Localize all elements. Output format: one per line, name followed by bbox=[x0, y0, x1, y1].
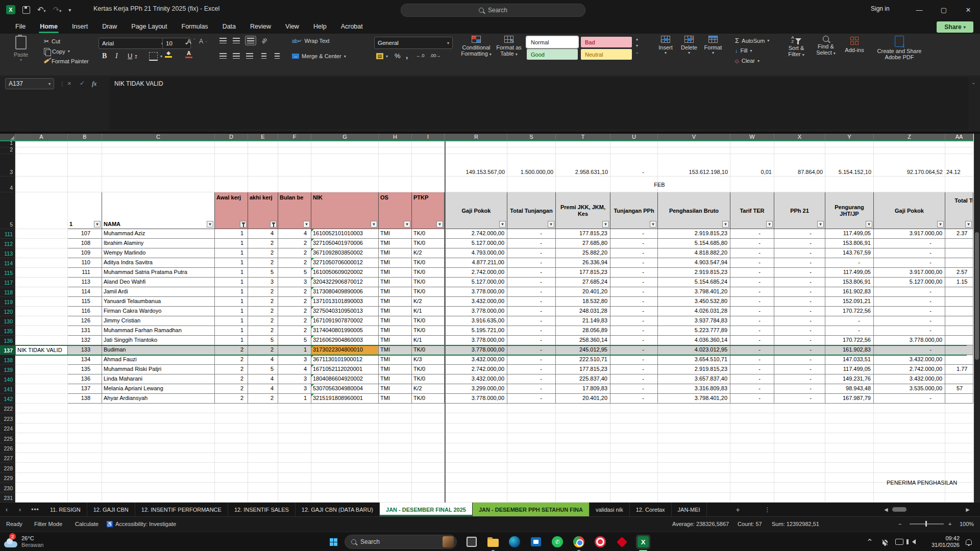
cell-U114[interactable]: - bbox=[610, 258, 658, 268]
cell-Z227[interactable] bbox=[874, 453, 945, 463]
cell-D130[interactable]: 1 bbox=[215, 316, 248, 326]
cell-I138[interactable]: K/3 bbox=[412, 355, 445, 365]
cell-R115[interactable]: 2.742.000,00 bbox=[446, 268, 507, 278]
cell-B111[interactable]: 107 bbox=[68, 229, 102, 239]
cell-T111[interactable]: 177.815,23 bbox=[556, 229, 610, 239]
add-ins-button[interactable]: Add-ins bbox=[844, 37, 865, 53]
cell-G225[interactable] bbox=[311, 433, 379, 443]
weather-widget[interactable]: 2 26°CBerawan bbox=[4, 532, 76, 551]
cell-D229[interactable] bbox=[215, 473, 248, 483]
column-header-C[interactable]: C bbox=[102, 134, 215, 140]
cell-D4[interactable] bbox=[215, 177, 248, 192]
cell-S117[interactable]: - bbox=[507, 278, 556, 287]
cell-V231[interactable] bbox=[658, 493, 730, 503]
cell-R4[interactable] bbox=[446, 177, 507, 192]
cell-G227[interactable] bbox=[311, 453, 379, 463]
cell-Y5[interactable]: Pengurang JHT/JP▾ bbox=[825, 192, 874, 229]
cell-A112[interactable] bbox=[15, 239, 68, 248]
row-header-230[interactable]: 230 bbox=[0, 483, 15, 492]
cell-Y130[interactable]: - bbox=[825, 316, 874, 326]
cell-Z130[interactable]: - bbox=[874, 316, 945, 326]
cell-AA119[interactable] bbox=[945, 297, 973, 307]
cell-X225[interactable] bbox=[774, 433, 825, 443]
row-header-4[interactable]: 4 bbox=[0, 177, 15, 192]
cell-X112[interactable]: - bbox=[774, 239, 825, 248]
cell-F5[interactable]: Bulan be▾ bbox=[278, 192, 311, 229]
cell-T112[interactable]: 27.685,80 bbox=[556, 239, 610, 248]
enter-icon[interactable]: ✓ bbox=[80, 80, 85, 87]
cell-A130[interactable] bbox=[15, 316, 68, 326]
cell-E111[interactable]: 4 bbox=[248, 229, 278, 239]
cell-G223[interactable] bbox=[311, 413, 379, 423]
cell-AA3[interactable]: 24.12 bbox=[945, 154, 973, 177]
cell-AA142[interactable] bbox=[945, 394, 973, 404]
cell-I227[interactable] bbox=[412, 453, 445, 463]
cell-U227[interactable] bbox=[610, 453, 658, 463]
cell-T224[interactable] bbox=[556, 423, 610, 433]
cell-T231[interactable] bbox=[556, 493, 610, 503]
new-sheet-button[interactable]: + bbox=[730, 503, 746, 516]
cell-A227[interactable] bbox=[15, 453, 68, 463]
row-header-137[interactable]: 137 bbox=[0, 345, 15, 355]
cell-T118[interactable]: 20.401,20 bbox=[556, 287, 610, 297]
filter-button-X[interactable]: ▾ bbox=[817, 221, 824, 228]
zoom-slider-thumb[interactable] bbox=[925, 521, 927, 527]
cell-Z140[interactable]: 3.432.000,00 bbox=[874, 374, 945, 384]
cell-Y227[interactable] bbox=[825, 453, 874, 463]
cell-C223[interactable] bbox=[102, 413, 215, 423]
align-center-icon[interactable] bbox=[233, 53, 240, 59]
red-diamond-app-icon[interactable] bbox=[615, 535, 629, 549]
column-header-I[interactable]: I bbox=[412, 134, 445, 140]
cell-W140[interactable]: - bbox=[730, 374, 774, 384]
cell-R229[interactable] bbox=[446, 473, 507, 483]
cell-U3[interactable]: - bbox=[610, 154, 658, 177]
cell-I141[interactable]: K/2 bbox=[412, 384, 445, 394]
cell-B230[interactable] bbox=[68, 483, 102, 492]
cell-Z111[interactable]: 3.917.000,00 bbox=[874, 229, 945, 239]
cell-I140[interactable]: TK/0 bbox=[412, 374, 445, 384]
formula-bar-expand-icon[interactable]: ⌄ bbox=[971, 80, 975, 85]
column-header-B[interactable]: B bbox=[68, 134, 102, 140]
cell-F112[interactable]: 2 bbox=[278, 239, 311, 248]
align-bottom-icon[interactable] bbox=[245, 36, 256, 45]
cell-D118[interactable]: 1 bbox=[215, 287, 248, 297]
cell-X111[interactable]: - bbox=[774, 229, 825, 239]
cell-B3[interactable] bbox=[68, 154, 102, 177]
cell-D1[interactable] bbox=[215, 141, 248, 147]
hscroll-right-icon[interactable]: ► bbox=[964, 503, 972, 516]
cell-AA224[interactable] bbox=[945, 423, 973, 433]
cell-U231[interactable] bbox=[610, 493, 658, 503]
cell-Z114[interactable]: - bbox=[874, 258, 945, 268]
ribbon-tab-review[interactable]: Review bbox=[244, 21, 277, 32]
cell-Y136[interactable]: 170.722,56 bbox=[825, 336, 874, 345]
cell-E3[interactable] bbox=[248, 154, 278, 177]
cell-W230[interactable] bbox=[730, 483, 774, 492]
cell-U225[interactable] bbox=[610, 433, 658, 443]
cell-F120[interactable]: 2 bbox=[278, 307, 311, 316]
cell-R138[interactable]: 3.432.000,00 bbox=[446, 355, 507, 365]
cell-Z4[interactable] bbox=[874, 177, 945, 192]
cell-H119[interactable]: TMI bbox=[379, 297, 412, 307]
filter-button-B[interactable]: ▾ bbox=[94, 221, 101, 228]
cell-E228[interactable] bbox=[248, 463, 278, 472]
sheet-tab-jan-desember-pph-setahun-fina[interactable]: JAN - DESEMBER PPH SETAHUN FINA bbox=[473, 503, 590, 516]
cell-A119[interactable] bbox=[15, 297, 68, 307]
cell-Y223[interactable] bbox=[825, 413, 874, 423]
column-header-H[interactable]: H bbox=[379, 134, 412, 140]
cell-F231[interactable] bbox=[278, 493, 311, 503]
cell-C224[interactable] bbox=[102, 423, 215, 433]
cell-R136[interactable]: 3.778.000,00 bbox=[446, 336, 507, 345]
filter-button-U[interactable]: ▾ bbox=[650, 221, 656, 228]
close-button[interactable]: ✕ bbox=[957, 0, 980, 19]
cell-S4[interactable] bbox=[507, 177, 556, 192]
cell-E231[interactable] bbox=[248, 493, 278, 503]
cell-E4[interactable] bbox=[248, 177, 278, 192]
cell-X224[interactable] bbox=[774, 423, 825, 433]
cell-T130[interactable]: 21.149,83 bbox=[556, 316, 610, 326]
cell-X136[interactable]: - bbox=[774, 336, 825, 345]
cell-U5[interactable]: Tunjangan PPh▾ bbox=[610, 192, 658, 229]
cell-AA137[interactable] bbox=[945, 345, 973, 355]
cell-T114[interactable]: 26.336,94 bbox=[556, 258, 610, 268]
cell-W120[interactable]: - bbox=[730, 307, 774, 316]
cell-H231[interactable] bbox=[379, 493, 412, 503]
